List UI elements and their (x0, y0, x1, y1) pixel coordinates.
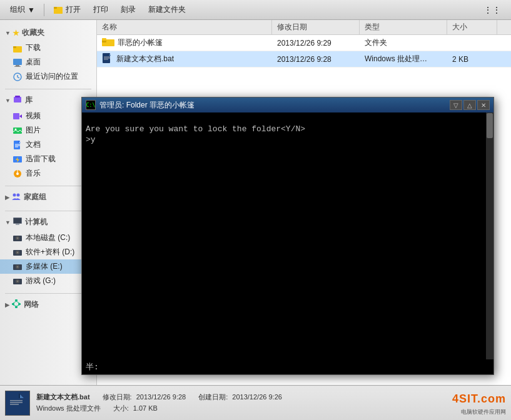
video-icon (13, 111, 23, 121)
cmd-restore-button[interactable]: △ (463, 100, 476, 110)
thunder-label: 迅雷下载 (26, 154, 56, 164)
organize-button[interactable]: 组织 ▼ (5, 2, 40, 17)
svg-point-36 (17, 266, 18, 268)
cmd-window: C:\ 管理员: Folder 罪恶的小帐篷 ▽ △ ✕ Are you sur… (81, 97, 494, 375)
library-icon (13, 94, 23, 106)
view-options-button[interactable]: ⋮⋮ (478, 3, 506, 17)
file-type-folder: 文件夹 (360, 35, 447, 51)
cmd-title-text: 管理员: Folder 罪恶的小帐篷 (99, 100, 446, 111)
network-label: 网络 (24, 299, 39, 310)
organize-arrow: ▼ (28, 6, 35, 14)
cmd-minimize-button[interactable]: ▽ (450, 100, 462, 110)
burn-button[interactable]: 刻录 (116, 2, 141, 17)
sep-1 (5, 89, 91, 89)
disk-c-icon (13, 233, 23, 243)
file-size-bat: 2 KB (447, 51, 497, 67)
recent-label: 最近访问的位置 (26, 71, 78, 82)
svg-rect-41 (12, 303, 14, 305)
logo-area: 4SIT.com 电脑软硬件应用网 (456, 389, 506, 416)
status-bar: 新建文本文档.bat 修改日期: 2013/12/26 9:28 创建日期: 2… (0, 385, 511, 420)
status-size: 大小: 1.07 KB (113, 403, 158, 414)
svg-rect-42 (18, 303, 21, 305)
network-arrow: ▶ (5, 302, 9, 308)
cmd-scroll-thumb (487, 113, 493, 138)
svg-rect-5 (13, 59, 22, 65)
cmd-line2: >y (86, 135, 482, 144)
svg-line-47 (16, 305, 19, 306)
document-icon (13, 140, 23, 150)
music-icon (13, 169, 23, 179)
status-create: 创建日期: 2013/12/26 9:26 (198, 392, 282, 403)
cmd-title-icon: C:\ (86, 100, 96, 110)
header-size: 大小 (447, 20, 497, 34)
cmd-body: Are you sure you want to lock the folder… (82, 112, 493, 359)
logo-main: 4SIT.com (452, 392, 506, 406)
disk-d-label: 软件+资料 (D:) (26, 247, 74, 258)
status-modify: 修改日期: 2013/12/26 9:28 (103, 392, 186, 403)
file-row-folder[interactable]: 罪恶的小帐篷 2013/12/26 9:29 文件夹 (97, 35, 511, 51)
svg-point-33 (17, 252, 18, 253)
picture-icon (13, 126, 23, 136)
cmd-close-button[interactable]: ✕ (477, 100, 490, 110)
logo-image: 4SIT.com (456, 389, 506, 408)
svg-line-45 (16, 301, 19, 303)
picture-label: 图片 (26, 125, 41, 136)
favorites-section: ▼ ★ 收藏夹 下载 桌面 (0, 25, 96, 84)
music-label: 音乐 (26, 168, 41, 179)
svg-point-24 (17, 194, 20, 197)
organize-label: 组织 (10, 4, 25, 15)
desktop-icon (13, 58, 23, 68)
status-size-value: 1.07 KB (133, 404, 158, 412)
svg-rect-4 (13, 46, 16, 48)
svg-point-39 (17, 281, 18, 282)
svg-rect-2 (54, 7, 57, 9)
toolbar: 组织 ▼ 打开 打印 刻录 新建文件夹 ⋮⋮ (0, 0, 511, 20)
disk-e-label: 多媒体 (E:) (26, 261, 63, 272)
new-folder-button[interactable]: 新建文件夹 (143, 2, 191, 17)
svg-point-23 (13, 194, 16, 197)
open-button[interactable]: 打开 (48, 2, 86, 17)
favorites-header[interactable]: ▼ ★ 收藏夹 (0, 25, 96, 41)
open-icon (53, 5, 63, 15)
file-size-folder (447, 35, 497, 51)
cmd-titlebar: C:\ 管理员: Folder 罪恶的小帐篷 ▽ △ ✕ (82, 98, 493, 112)
svg-rect-26 (14, 218, 21, 223)
toolbar-divider-1 (44, 4, 44, 16)
status-modify-value: 2013/12/26 9:28 (136, 393, 186, 401)
print-button[interactable]: 打印 (88, 2, 113, 17)
cmd-line1: Are you sure you want to lock the folder… (86, 124, 305, 134)
file-date-bat: 2013/12/26 9:28 (272, 51, 360, 67)
svg-rect-6 (16, 65, 19, 66)
sidebar-item-recent[interactable]: 最近访问的位置 (0, 69, 96, 84)
document-label: 文档 (26, 139, 41, 150)
homegroup-arrow: ▶ (5, 194, 9, 201)
disk-g-label: 游戏 (G:) (26, 276, 56, 286)
sep-4 (5, 293, 91, 294)
sidebar-item-download[interactable]: 下载 (0, 41, 96, 55)
open-label: 打开 (66, 4, 81, 15)
burn-label: 刻录 (121, 4, 136, 15)
status-info: 新建文本文档.bat 修改日期: 2013/12/26 9:28 创建日期: 2… (36, 392, 450, 414)
cmd-content[interactable]: Are you sure you want to lock the folder… (82, 112, 486, 359)
cmd-bottom-bar: 半: (82, 359, 493, 374)
svg-marker-12 (19, 114, 22, 118)
computer-icon (13, 216, 23, 228)
svg-line-46 (13, 305, 16, 306)
svg-rect-11 (13, 113, 19, 119)
sep-2 (5, 186, 91, 186)
svg-rect-1 (54, 8, 63, 14)
cmd-scrollbar[interactable] (486, 112, 493, 359)
svg-rect-50 (102, 38, 106, 41)
status-create-value: 2013/12/26 9:26 (232, 393, 282, 401)
header-type: 类型 (360, 20, 447, 34)
file-row-bat[interactable]: 新建文本文档.bat 2013/12/26 9:28 Windows 批处理… … (97, 51, 511, 68)
homegroup-icon (11, 191, 21, 203)
status-size-label: 大小: (113, 404, 129, 412)
desktop-label: 桌面 (26, 57, 41, 68)
file-date-folder: 2013/12/26 9:29 (272, 35, 360, 51)
file-name-folder: 罪恶的小帐篷 (97, 35, 272, 51)
file-header: 名称 修改日期 类型 大小 (97, 20, 511, 35)
computer-arrow: ▼ (5, 219, 11, 226)
sidebar-item-desktop[interactable]: 桌面 (0, 55, 96, 69)
header-name: 名称 (97, 20, 272, 34)
